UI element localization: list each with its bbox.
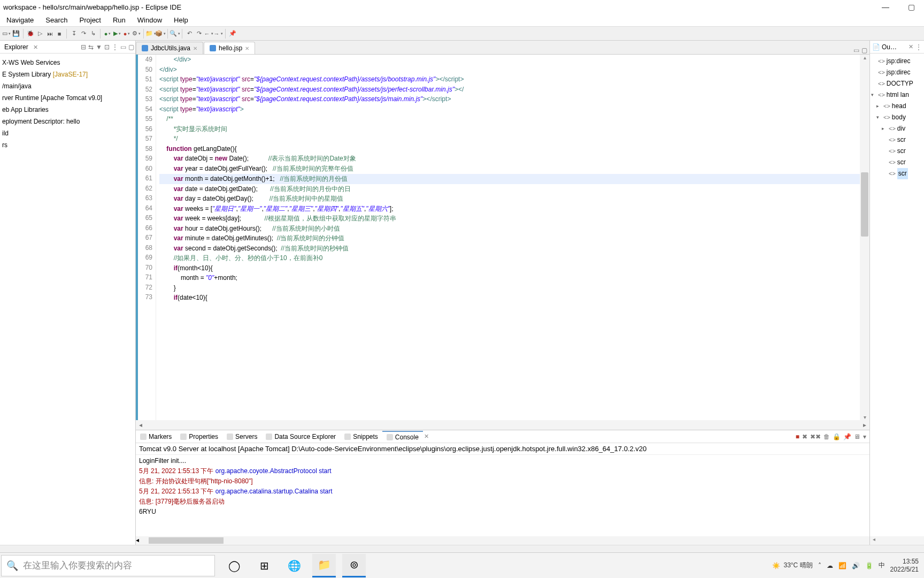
expand-icon[interactable]: ▸ [882, 123, 887, 134]
outline-item[interactable]: <>scr [871, 134, 923, 146]
debug-config-icon[interactable]: ▶ [113, 29, 121, 38]
open-console-icon[interactable]: ▾ [863, 433, 866, 440]
scroll-lock-icon[interactable]: 🔒 [833, 433, 841, 440]
display-icon[interactable]: 🖥 [854, 433, 860, 440]
bottom-tab-data-source-explorer[interactable]: Data Source Explorer [261, 431, 340, 442]
close-icon[interactable]: ✕ [193, 45, 197, 51]
collapse-all-icon[interactable]: ⊟ [81, 43, 86, 51]
editor-tab[interactable]: hello.jsp✕ [204, 42, 255, 54]
tray-chevron-icon[interactable]: ˄ [818, 562, 821, 569]
clear-icon[interactable]: 🗑 [823, 433, 830, 440]
ext-tools-icon[interactable]: ⚙ [132, 29, 141, 38]
link-editor-icon[interactable]: ⇆ [88, 43, 94, 51]
maximize-button[interactable]: ▢ [904, 3, 919, 11]
tree-item[interactable]: ild [2, 127, 133, 139]
expand-icon[interactable]: ▾ [876, 112, 882, 123]
close-icon[interactable]: ✕ [908, 43, 913, 50]
bottom-tab-servers[interactable]: Servers [222, 431, 261, 442]
max-icon[interactable]: ▢ [128, 43, 134, 51]
nav-fwd-icon[interactable]: → [214, 29, 222, 38]
tree-item[interactable]: /main/java [2, 80, 133, 92]
wifi-icon[interactable]: 📶 [838, 562, 846, 569]
outline-item[interactable]: <>jsp:direc [871, 67, 923, 78]
run-icon[interactable]: ▷ [36, 29, 44, 38]
outline-item[interactable]: <>DOCTYP [871, 78, 923, 89]
code-lines[interactable]: </div></div><script type="text/javascrip… [156, 55, 869, 303]
taskbar-search[interactable]: 🔍 在这里输入你要搜索的内容 [1, 555, 215, 576]
cortana-icon[interactable]: ◯ [222, 554, 246, 577]
volume-icon[interactable]: 🔊 [852, 562, 860, 569]
menu-project[interactable]: Project [74, 14, 106, 26]
tree-item[interactable]: eployment Descriptor: hello [2, 116, 133, 127]
skip-icon[interactable]: ⏭ [45, 29, 54, 38]
editor-tab[interactable]: JdbcUtils.java✕ [136, 42, 203, 54]
forward-icon[interactable]: ↷ [195, 29, 203, 38]
tree-item[interactable]: X-WS Web Services [2, 57, 133, 69]
new-package-icon[interactable]: 📦 [156, 29, 165, 38]
tree-item[interactable]: rver Runtime [Apache Tomcat v9.0] [2, 92, 133, 104]
menu-help[interactable]: Help [168, 14, 194, 26]
outline-item[interactable]: ▸<>div [871, 123, 923, 134]
bottom-tab-properties[interactable]: Properties [176, 431, 222, 442]
menu-navigate[interactable]: Navigate [1, 14, 39, 26]
outline-item[interactable]: <>scr [871, 146, 923, 157]
back-icon[interactable]: ↶ [185, 29, 194, 38]
scrollbar-thumb[interactable] [861, 172, 868, 237]
expand-icon[interactable]: ▾ [871, 89, 876, 101]
vertical-scrollbar[interactable]: ▴ ▾ [860, 55, 869, 420]
coverage-icon[interactable]: ● [122, 29, 131, 38]
tree-item[interactable]: E System Library [JavaSE-17] [2, 69, 133, 80]
console-output[interactable]: LoginFilter init....5月 21, 2022 1:55:13 … [136, 455, 869, 536]
file-explorer-icon[interactable]: 📁 [312, 554, 336, 577]
edge-icon[interactable]: 🌐 [282, 554, 306, 577]
scroll-right-icon[interactable]: ▸ [860, 421, 869, 429]
scroll-left-icon[interactable]: ◂ [870, 536, 877, 545]
step-icon[interactable]: ↧ [70, 29, 78, 38]
search-icon[interactable]: 🔍 [171, 29, 179, 38]
code-area[interactable]: </div></div><script type="text/javascrip… [156, 55, 869, 420]
scrollbar-thumb[interactable] [149, 537, 224, 544]
taskbar-clock[interactable]: 13:55 2022/5/21 [890, 558, 919, 574]
console-hscroll[interactable]: ◂ [136, 536, 869, 545]
focus-icon[interactable]: ⊡ [104, 43, 110, 51]
bottom-tab-snippets[interactable]: Snippets [340, 431, 382, 442]
remove-icon[interactable]: ✖ [802, 433, 807, 440]
expand-icon[interactable]: ▸ [876, 101, 882, 112]
explorer-tree[interactable]: X-WS Web ServicesE System Library [JavaS… [0, 54, 135, 154]
step-return-icon[interactable]: ↳ [89, 29, 97, 38]
min-icon[interactable]: ▭ [120, 43, 126, 51]
close-icon[interactable]: ✕ [245, 45, 249, 51]
outline-item[interactable]: <>scr [871, 168, 923, 179]
step-over-icon[interactable]: ↷ [79, 29, 88, 38]
bottom-tab-markers[interactable]: Markers [136, 431, 176, 442]
outline-hscroll[interactable]: ◂ [870, 536, 924, 545]
menu-window[interactable]: Window [132, 14, 167, 26]
pin-console-icon[interactable]: 📌 [843, 433, 851, 440]
tree-item[interactable]: eb App Libraries [2, 104, 133, 116]
scroll-left-icon[interactable]: ◂ [136, 536, 139, 545]
battery-icon[interactable]: 🔋 [865, 562, 873, 569]
pin-icon[interactable]: 📌 [228, 29, 237, 38]
close-icon[interactable]: ✕ [424, 433, 429, 440]
minimize-button[interactable]: — [878, 3, 893, 11]
debug-icon[interactable]: 🐞 [26, 29, 35, 38]
outline-item[interactable]: ▾<>html lan [871, 89, 923, 101]
outline-item[interactable]: <>jsp:direc [871, 56, 923, 67]
outline-item[interactable]: ▾<>body [871, 112, 923, 123]
stop-icon[interactable]: ■ [55, 29, 64, 38]
new-project-icon[interactable]: 📁 [147, 29, 155, 38]
filter-icon[interactable]: ▼ [96, 43, 102, 51]
close-icon[interactable]: ✕ [33, 44, 38, 50]
terminate-icon[interactable]: ■ [796, 433, 799, 440]
minimize-pane-icon[interactable]: ▭ [853, 47, 859, 54]
ime-indicator[interactable]: 中 [879, 561, 885, 570]
outline-item[interactable]: ▸<>head [871, 101, 923, 112]
eclipse-icon[interactable]: ⊚ [342, 554, 366, 577]
remove-all-icon[interactable]: ✖✖ [810, 433, 821, 440]
nav-back-icon[interactable]: ← [204, 29, 213, 38]
onedrive-icon[interactable]: ☁ [827, 562, 833, 569]
view-menu-icon[interactable]: ⋮ [112, 43, 118, 51]
outline-item[interactable]: <>scr [871, 157, 923, 168]
scroll-left-icon[interactable]: ◂ [136, 421, 145, 429]
menu-run[interactable]: Run [107, 14, 131, 26]
